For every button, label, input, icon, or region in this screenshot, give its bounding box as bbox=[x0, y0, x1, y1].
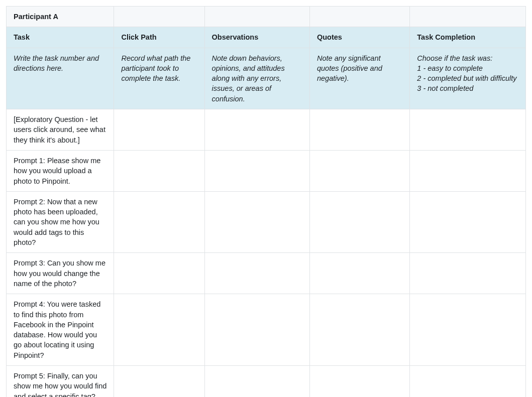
header-click-path: Click Path bbox=[114, 27, 204, 48]
click-path-cell bbox=[114, 109, 204, 151]
participant-blank bbox=[410, 7, 526, 27]
desc-completion: Choose if the task was: 1 - easy to comp… bbox=[410, 48, 526, 109]
task-cell: Prompt 3: Can you show me how you would … bbox=[7, 253, 114, 294]
desc-completion-2: 2 - completed but with difficulty bbox=[417, 74, 516, 82]
table-row: Prompt 1: Please show me how you would u… bbox=[7, 150, 526, 191]
header-observations: Observations bbox=[204, 27, 309, 48]
completion-cell bbox=[410, 253, 526, 294]
header-task: Task bbox=[7, 27, 114, 48]
click-path-cell bbox=[114, 294, 204, 366]
quotes-cell bbox=[309, 366, 409, 397]
observations-cell bbox=[204, 150, 309, 191]
desc-task: Write the task number and directions her… bbox=[7, 48, 114, 109]
task-cell: Prompt 4: You were tasked to find this p… bbox=[7, 294, 114, 366]
header-quotes: Quotes bbox=[309, 27, 409, 48]
quotes-cell bbox=[309, 150, 409, 191]
completion-cell bbox=[410, 366, 526, 397]
task-cell: Prompt 1: Please show me how you would u… bbox=[7, 150, 114, 191]
task-cell: Prompt 5: Finally, can you show me how y… bbox=[7, 366, 114, 397]
completion-cell bbox=[410, 150, 526, 191]
desc-observations: Note down behaviors, opinions, and attit… bbox=[204, 48, 309, 109]
participant-blank bbox=[309, 7, 409, 27]
quotes-cell bbox=[309, 253, 409, 294]
participant-blank bbox=[204, 7, 309, 27]
completion-cell bbox=[410, 109, 526, 151]
completion-cell bbox=[410, 294, 526, 366]
participant-label: Participant A bbox=[7, 7, 114, 27]
click-path-cell bbox=[114, 253, 204, 294]
observations-cell bbox=[204, 294, 309, 366]
observations-cell bbox=[204, 191, 309, 252]
quotes-cell bbox=[309, 294, 409, 366]
table-row: Prompt 4: You were tasked to find this p… bbox=[7, 294, 526, 366]
table-row: Prompt 3: Can you show me how you would … bbox=[7, 253, 526, 294]
quotes-cell bbox=[309, 109, 409, 151]
click-path-cell bbox=[114, 191, 204, 252]
click-path-cell bbox=[114, 366, 204, 397]
description-row: Write the task number and directions her… bbox=[7, 48, 526, 109]
desc-completion-1: 1 - easy to complete bbox=[417, 64, 483, 72]
desc-completion-intro: Choose if the task was: bbox=[417, 54, 492, 62]
header-completion: Task Completion bbox=[410, 27, 526, 48]
participant-row: Participant A bbox=[7, 7, 526, 27]
desc-click-path: Record what path the participant took to… bbox=[114, 48, 204, 109]
column-header-row: Task Click Path Observations Quotes Task… bbox=[7, 27, 526, 48]
task-cell: Prompt 2: Now that a new photo has been … bbox=[7, 191, 114, 252]
quotes-cell bbox=[309, 191, 409, 252]
click-path-cell bbox=[114, 150, 204, 191]
usability-test-table: Participant A Task Click Path Observatio… bbox=[6, 6, 526, 397]
desc-quotes: Note any significant quotes (positive an… bbox=[309, 48, 409, 109]
table-row: [Exploratory Question - let users click … bbox=[7, 109, 526, 151]
participant-blank bbox=[114, 7, 204, 27]
observations-cell bbox=[204, 109, 309, 151]
completion-cell bbox=[410, 191, 526, 252]
table-row: Prompt 2: Now that a new photo has been … bbox=[7, 191, 526, 252]
observations-cell bbox=[204, 366, 309, 397]
table-row: Prompt 5: Finally, can you show me how y… bbox=[7, 366, 526, 397]
observations-cell bbox=[204, 253, 309, 294]
task-cell: [Exploratory Question - let users click … bbox=[7, 109, 114, 151]
desc-completion-3: 3 - not completed bbox=[417, 84, 473, 92]
